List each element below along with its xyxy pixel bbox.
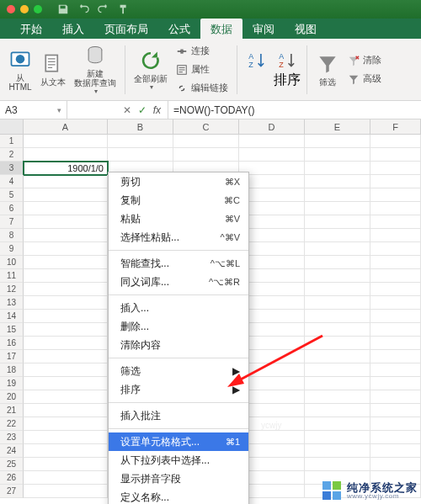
formula-input[interactable]: =NOW()-TODAY()	[168, 101, 421, 119]
btn-advanced-filter[interactable]: 高级	[348, 71, 381, 88]
row-header[interactable]: 23	[0, 431, 24, 444]
cell[interactable]	[173, 135, 239, 148]
cell[interactable]	[370, 417, 421, 431]
row-header[interactable]: 27	[0, 485, 24, 498]
tab-开始[interactable]: 开始	[10, 19, 52, 39]
save-icon[interactable]	[57, 3, 69, 15]
cell[interactable]	[24, 296, 108, 310]
cell[interactable]	[370, 390, 421, 404]
cell[interactable]	[305, 350, 370, 363]
menu-item[interactable]: 定义名称...	[109, 488, 248, 504]
btn-sort-asc[interactable]: AZ	[242, 50, 271, 89]
cell[interactable]	[24, 188, 108, 202]
row-header[interactable]: 14	[0, 310, 24, 323]
cell[interactable]	[305, 135, 370, 148]
cell[interactable]	[24, 242, 108, 256]
col-header-B[interactable]: B	[108, 119, 173, 134]
cell[interactable]	[24, 431, 108, 444]
cell[interactable]	[24, 350, 108, 363]
row-header[interactable]: 22	[0, 417, 24, 431]
cell[interactable]	[24, 310, 108, 323]
cell[interactable]	[24, 202, 108, 215]
cell[interactable]	[370, 350, 421, 363]
cell[interactable]	[370, 323, 421, 337]
fx-icon[interactable]: fx	[153, 104, 161, 116]
cell[interactable]	[24, 363, 108, 377]
window-maximize-button[interactable]	[34, 5, 42, 13]
row-header[interactable]: 5	[0, 188, 24, 202]
menu-item[interactable]: 插入批注	[109, 406, 248, 425]
cell[interactable]	[370, 135, 421, 148]
window-minimize-button[interactable]	[20, 5, 29, 13]
row-header[interactable]: 9	[0, 242, 24, 256]
cell[interactable]	[24, 215, 108, 229]
row-header[interactable]: 11	[0, 269, 24, 283]
menu-item[interactable]: 排序▶	[109, 380, 248, 399]
cell[interactable]	[305, 256, 370, 269]
col-header-F[interactable]: F	[370, 119, 421, 134]
tab-插入[interactable]: 插入	[52, 19, 94, 39]
cell[interactable]	[24, 471, 108, 485]
col-header-E[interactable]: E	[305, 119, 370, 134]
btn-edit-links[interactable]: 编辑链接	[176, 80, 228, 97]
row-header[interactable]: 3	[0, 162, 24, 175]
name-box[interactable]: A3▾	[0, 101, 67, 119]
cell[interactable]	[24, 404, 108, 417]
row-header[interactable]: 16	[0, 337, 24, 350]
cell[interactable]	[108, 148, 173, 162]
cell[interactable]	[239, 148, 305, 162]
menu-item[interactable]: 从下拉列表中选择...	[109, 451, 248, 470]
btn-new-db-query[interactable]: 新建 数据库查询▾	[71, 40, 120, 98]
menu-item[interactable]: 复制⌘C	[109, 191, 248, 210]
row-header[interactable]: 20	[0, 390, 24, 404]
cell[interactable]	[305, 175, 370, 188]
row-header[interactable]: 2	[0, 148, 24, 162]
cell[interactable]	[370, 175, 421, 188]
menu-item[interactable]: 删除...	[109, 317, 248, 336]
cell[interactable]	[305, 188, 370, 202]
cell[interactable]	[370, 256, 421, 269]
tab-公式[interactable]: 公式	[158, 19, 200, 39]
cell[interactable]	[370, 188, 421, 202]
row-header[interactable]: 4	[0, 175, 24, 188]
cell[interactable]	[370, 215, 421, 229]
btn-connections[interactable]: 连接	[176, 43, 228, 60]
cell[interactable]	[370, 242, 421, 256]
menu-item[interactable]: 同义词库...^⌥⌘R	[109, 273, 248, 291]
cell[interactable]	[108, 135, 173, 148]
cell[interactable]	[305, 431, 370, 444]
cell[interactable]	[370, 162, 421, 175]
cancel-icon[interactable]: ✕	[123, 104, 131, 116]
cell[interactable]	[24, 148, 108, 162]
cell[interactable]	[305, 283, 370, 296]
select-all-corner[interactable]	[0, 119, 24, 134]
cell[interactable]: 1900/1/0	[24, 162, 108, 175]
row-header[interactable]: 13	[0, 296, 24, 310]
tab-审阅[interactable]: 审阅	[242, 19, 285, 39]
cell[interactable]	[305, 363, 370, 377]
cell[interactable]	[370, 363, 421, 377]
cell[interactable]	[24, 323, 108, 337]
cell[interactable]	[305, 296, 370, 310]
cell[interactable]	[305, 202, 370, 215]
cell[interactable]	[24, 135, 108, 148]
cell[interactable]	[370, 404, 421, 417]
btn-filter[interactable]: 筛选	[312, 40, 343, 98]
tab-数据[interactable]: 数据	[200, 19, 242, 39]
tab-页面布局[interactable]: 页面布局	[94, 19, 158, 39]
cell[interactable]	[24, 444, 108, 458]
row-header[interactable]: 6	[0, 202, 24, 215]
cell[interactable]	[370, 337, 421, 350]
cell[interactable]	[305, 162, 370, 175]
cell[interactable]	[370, 283, 421, 296]
cell[interactable]	[24, 269, 108, 283]
cell[interactable]	[24, 458, 108, 471]
row-header[interactable]: 17	[0, 350, 24, 363]
cell[interactable]	[239, 135, 305, 148]
cell[interactable]	[24, 229, 108, 242]
col-header-D[interactable]: D	[239, 119, 305, 134]
cell[interactable]	[305, 377, 370, 390]
cell[interactable]	[305, 444, 370, 458]
menu-item[interactable]: 剪切⌘X	[109, 172, 248, 191]
cell[interactable]	[305, 269, 370, 283]
